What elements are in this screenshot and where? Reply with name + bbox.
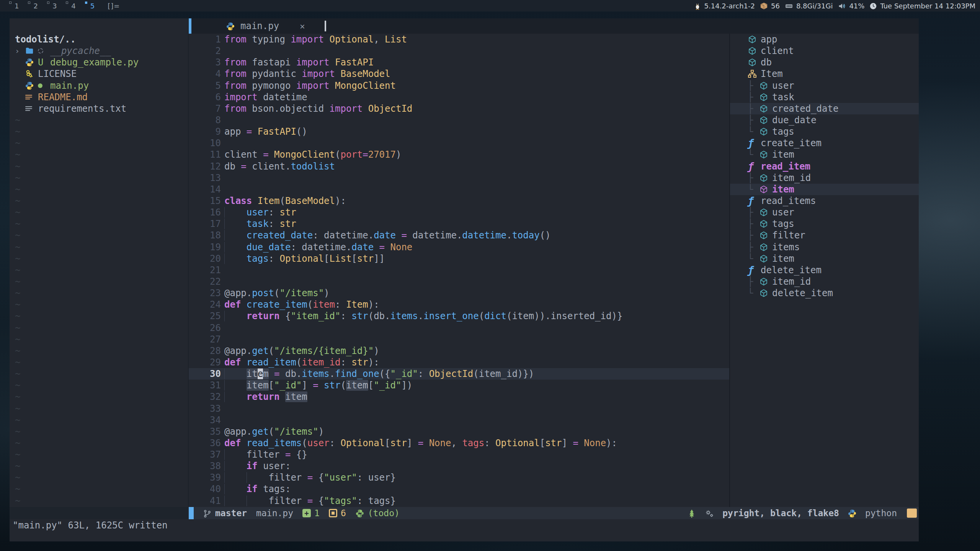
- tab-close-icon[interactable]: ✕: [300, 21, 305, 31]
- code-line-16[interactable]: 16 user: str: [189, 207, 729, 218]
- outline-item-user[interactable]: ├user: [730, 207, 919, 218]
- code-line-9[interactable]: 9app = FastAPI(): [189, 126, 729, 137]
- code-line-30[interactable]: 30 item = db.items.find_one({"_id": Obje…: [189, 368, 729, 380]
- empty-line-tilde: ~: [10, 264, 188, 276]
- variable-cube-icon: [759, 81, 772, 90]
- outline-item-due_date[interactable]: ├due_date: [730, 114, 919, 126]
- code-line-8[interactable]: 8: [189, 114, 729, 126]
- outline-item-read_items[interactable]: ƒread_items: [730, 195, 919, 207]
- code-line-23[interactable]: 23@app.post("/items"): [189, 287, 729, 299]
- outline-item-create_item[interactable]: ƒcreate_item: [730, 137, 919, 149]
- code-text: due_date: datetime.date = None: [224, 241, 412, 253]
- git-added-icon: +: [302, 509, 311, 517]
- chevron-right-icon[interactable]: ›: [15, 45, 25, 57]
- code-line-21[interactable]: 21: [189, 264, 729, 276]
- code-line-31[interactable]: 31 item["_id"] = str(item["_id"]): [189, 380, 729, 391]
- code-text: import datetime: [224, 91, 307, 103]
- code-line-39[interactable]: 39 filter = {"user": user}: [189, 472, 729, 483]
- code-line-12[interactable]: 12db = client.todolist: [189, 161, 729, 172]
- outline-item-db[interactable]: db: [730, 57, 919, 68]
- code-line-7[interactable]: 7from bson.objectid import ObjectId: [189, 103, 729, 114]
- outline-item-created_date[interactable]: ├created_date: [730, 103, 919, 114]
- empty-line-tilde: ~: [10, 403, 188, 414]
- layout-symbol[interactable]: []=: [108, 2, 120, 10]
- code-line-26[interactable]: 26: [189, 322, 729, 334]
- workspace-2[interactable]: 2: [27, 2, 38, 10]
- code-line-15[interactable]: 15class Item(BaseModel):: [189, 195, 729, 207]
- outline-item-item[interactable]: └item: [730, 184, 919, 195]
- code-line-13[interactable]: 13: [189, 172, 729, 184]
- variable-cube-icon: [759, 277, 772, 286]
- file-tree-item-__pycache__[interactable]: ›__pycache__: [10, 45, 188, 57]
- file-tree-item-requirements.txt[interactable]: requirements.txt: [10, 103, 188, 114]
- file-tree-item-LICENSE[interactable]: LICENSE: [10, 68, 188, 80]
- outline-item-item_id[interactable]: ├item_id: [730, 172, 919, 184]
- symbol-label: user: [772, 207, 794, 218]
- code-line-17[interactable]: 17 task: str: [189, 218, 729, 230]
- workspace-4[interactable]: 4: [65, 2, 75, 10]
- code-text: task: str: [224, 218, 296, 230]
- code-line-40[interactable]: 40 if tags:: [189, 483, 729, 495]
- outline-item-tags[interactable]: ├tags: [730, 218, 919, 230]
- python-icon: [226, 21, 235, 31]
- code-line-1[interactable]: 1from typing import Optional, List: [189, 34, 729, 45]
- empty-line-tilde: ~: [10, 310, 188, 322]
- line-number: 39: [189, 472, 221, 483]
- outline-item-read_item[interactable]: ƒread_item: [730, 161, 919, 172]
- code-line-38[interactable]: 38 if user:: [189, 460, 729, 472]
- code-line-29[interactable]: 29def read_item(item_id: str):: [189, 357, 729, 368]
- empty-line-tilde: ~: [10, 357, 188, 368]
- outline-item-tags[interactable]: └tags: [730, 126, 919, 137]
- code-line-11[interactable]: 11client = MongoClient(port=27017): [189, 149, 729, 160]
- outline-item-item[interactable]: └item: [730, 149, 919, 160]
- workspace-3[interactable]: 3: [46, 2, 57, 10]
- code-line-5[interactable]: 5from pymongo import MongoClient: [189, 80, 729, 91]
- code-line-33[interactable]: 33: [189, 403, 729, 414]
- code-line-37[interactable]: 37 filter = {}: [189, 449, 729, 460]
- tab-main-py[interactable]: main.py ✕: [191, 18, 315, 34]
- code-line-20[interactable]: 20 tags: Optional[List[str]]: [189, 253, 729, 264]
- outline-item-item[interactable]: └item: [730, 253, 919, 264]
- outline-item-delete_item[interactable]: └delete_item: [730, 287, 919, 299]
- code-line-14[interactable]: 14: [189, 184, 729, 195]
- code-line-10[interactable]: 10: [189, 137, 729, 149]
- code-text: filter = {"tags": tags}: [224, 495, 396, 507]
- outline-item-items[interactable]: ├items: [730, 241, 919, 253]
- code-line-19[interactable]: 19 due_date: datetime.date = None: [189, 241, 729, 253]
- file-tree-item-README.md[interactable]: README.md: [10, 91, 188, 103]
- file-tree-item-main.py[interactable]: main.py: [10, 80, 188, 91]
- workspace-1[interactable]: 1: [8, 2, 19, 10]
- outline-item-client[interactable]: client: [730, 45, 919, 57]
- workspace-5[interactable]: 5: [84, 2, 95, 10]
- code-line-2[interactable]: 2: [189, 45, 729, 57]
- outline-item-delete_item[interactable]: ƒdelete_item: [730, 264, 919, 276]
- code-line-35[interactable]: 35@app.get("/items"): [189, 426, 729, 437]
- outline-item-task[interactable]: ├task: [730, 91, 919, 103]
- code-line-22[interactable]: 22: [189, 276, 729, 287]
- file-tree-item-debug_example.py[interactable]: Udebug_example.py: [10, 57, 188, 68]
- code-line-4[interactable]: 4from pydantic import BaseModel: [189, 68, 729, 80]
- code-line-41[interactable]: 41 filter = {"tags": tags}: [189, 495, 729, 507]
- file-explorer: todolist/.. ›__pycache__Udebug_example.p…: [10, 18, 188, 507]
- code-line-3[interactable]: 3from fastapi import FastAPI: [189, 57, 729, 68]
- outline-item-user[interactable]: ├user: [730, 80, 919, 91]
- outline-item-item_id[interactable]: ├item_id: [730, 276, 919, 287]
- symbol-label: app: [761, 34, 777, 45]
- code-line-28[interactable]: 28@app.get("/items/{item_id}"): [189, 345, 729, 357]
- code-line-34[interactable]: 34: [189, 414, 729, 426]
- symbol-label: db: [761, 57, 772, 68]
- code-line-6[interactable]: 6import datetime: [189, 91, 729, 103]
- outline-item-filter[interactable]: ├filter: [730, 230, 919, 241]
- code-editor[interactable]: 1from typing import Optional, List23from…: [189, 34, 729, 507]
- outline-item-Item[interactable]: Item: [730, 68, 919, 80]
- code-line-25[interactable]: 25 return {"item_id": str(db.items.inser…: [189, 310, 729, 322]
- tabline: main.py ✕: [189, 18, 919, 34]
- git-status-badge: [38, 83, 50, 88]
- code-line-36[interactable]: 36def read_items(user: Optional[str] = N…: [189, 437, 729, 449]
- outline-item-app[interactable]: app: [730, 34, 919, 45]
- code-line-27[interactable]: 27: [189, 334, 729, 345]
- code-line-24[interactable]: 24def create_item(item: Item):: [189, 299, 729, 310]
- code-line-18[interactable]: 18 created_date: datetime.date = datetim…: [189, 230, 729, 241]
- file-name: debug_example.py: [50, 57, 139, 68]
- code-line-32[interactable]: 32 return item: [189, 391, 729, 403]
